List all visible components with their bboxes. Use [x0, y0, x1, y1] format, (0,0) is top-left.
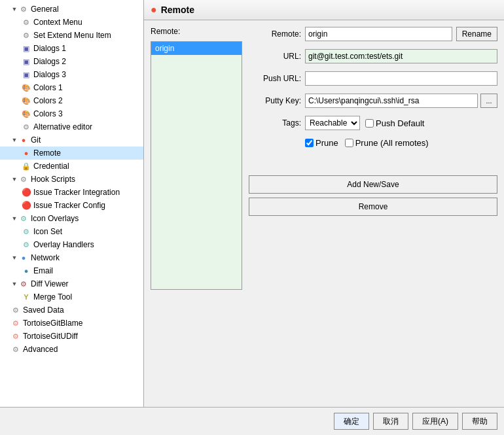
sidebar-item-diff-viewer[interactable]: ▼ ⚙ Diff Viewer [0, 277, 143, 290]
putty-key-form-row: Putty Key: ... [249, 94, 497, 108]
url-form-row: URL: [249, 49, 497, 63]
advanced-icon: ⚙ [10, 344, 21, 355]
prune-all-checkbox-label[interactable]: Prune (All remotes) [345, 138, 429, 148]
sidebar-item-label: TortoiseGitBlame [23, 319, 82, 328]
sidebar-item-label: Dialogs 3 [33, 70, 66, 79]
merge-icon: Y [21, 292, 31, 302]
sidebar-item-tortoisegitudiff[interactable]: ⚙ TortoiseGitUDiff [0, 330, 143, 343]
sidebar-item-label: Colors 2 [33, 96, 63, 105]
sidebar-item-git[interactable]: ▼ ● Git [0, 133, 143, 147]
credential-icon: 🔒 [21, 161, 31, 171]
icon-set-icon: ⚙ [21, 226, 31, 237]
sidebar-item-remote[interactable]: ● Remote [0, 147, 143, 160]
colors-icon: 🎨 [21, 82, 31, 93]
tgitudiff-icon: ⚙ [10, 331, 21, 341]
sidebar-item-overlay-handlers[interactable]: ⚙ Overlay Handlers [0, 238, 143, 251]
putty-browse-button[interactable]: ... [480, 94, 497, 108]
sidebar-item-label: Icon Set [33, 227, 62, 236]
sidebar-item-label: Colors 3 [33, 109, 63, 118]
git-icon: ● [18, 135, 29, 145]
sidebar-item-label: Context Menu [33, 18, 82, 27]
arrow-diff: ▼ [10, 280, 18, 288]
network-icon: ● [18, 252, 29, 263]
sidebar-item-icon-set[interactable]: ⚙ Icon Set [0, 225, 143, 238]
sidebar-item-colors3[interactable]: 🎨 Colors 3 [0, 107, 143, 120]
sidebar-item-tortoisegitblame[interactable]: ⚙ TortoiseGitBlame [0, 317, 143, 330]
sidebar-item-label: Saved Data [23, 305, 64, 315]
sidebar-item-email[interactable]: ● Email [0, 264, 143, 277]
sidebar-item-context-menu[interactable]: ⚙ Context Menu [0, 16, 143, 29]
sidebar-item-advanced[interactable]: ⚙ Advanced [0, 343, 143, 356]
remote-listbox-item-origin[interactable]: origin [151, 42, 242, 55]
putty-key-field-input[interactable] [305, 94, 478, 108]
push-default-checkbox[interactable] [365, 119, 374, 128]
add-new-save-button[interactable]: Add New/Save [249, 175, 497, 194]
remote-list-label: Remote: [151, 27, 242, 36]
remote-listbox[interactable]: origin [151, 41, 242, 290]
tgitblame-icon: ⚙ [10, 318, 21, 328]
panel-title: Remote [161, 5, 194, 15]
tags-input-group: Reachable All None Push Default [305, 116, 424, 130]
sidebar-item-colors2[interactable]: 🎨 Colors 2 [0, 94, 143, 107]
sidebar-item-network[interactable]: ▼ ● Network [0, 251, 143, 264]
remote-field-input[interactable] [305, 27, 452, 41]
sidebar-item-general[interactable]: ▼ ⚙ General [0, 3, 143, 16]
sidebar-item-label: TortoiseGitUDiff [23, 332, 78, 341]
rename-button[interactable]: Rename [456, 27, 497, 41]
help-button[interactable]: 帮助 [462, 413, 497, 430]
gear-icon: ⚙ [21, 30, 31, 41]
remote-field-label: Remote: [249, 29, 301, 39]
prune-checkbox[interactable] [305, 139, 314, 147]
prune-label: Prune [315, 138, 338, 148]
bottom-bar: 确定 取消 应用(A) 帮助 [0, 407, 504, 435]
confirm-button[interactable]: 确定 [334, 413, 369, 430]
url-field-input[interactable] [305, 49, 497, 63]
sidebar-item-colors1[interactable]: 🎨 Colors 1 [0, 81, 143, 94]
hook-icon: ⚙ [18, 174, 29, 184]
sidebar-item-label: Diff Viewer [31, 279, 69, 288]
sidebar-item-dialogs1[interactable]: ▣ Dialogs 1 [0, 42, 143, 55]
sidebar-item-label: Set Extend Menu Item [33, 31, 111, 40]
prune-checkbox-label[interactable]: Prune [305, 138, 338, 148]
arrow-git: ▼ [10, 136, 18, 144]
apply-button[interactable]: 应用(A) [412, 413, 458, 430]
sidebar-item-dialogs2[interactable]: ▣ Dialogs 2 [0, 55, 143, 68]
remote-list-section: Remote: origin [151, 27, 242, 400]
sidebar-item-label: Overlay Handlers [33, 240, 94, 249]
sidebar-item-label: General [31, 5, 59, 14]
sidebar: ▼ ⚙ General ⚙ Context Menu ⚙ Set Extend … [0, 0, 144, 407]
sidebar-item-label: Advanced [23, 345, 58, 354]
sidebar-item-saved-data[interactable]: ⚙ Saved Data [0, 304, 143, 317]
prune-all-checkbox[interactable] [345, 139, 353, 147]
putty-key-field-label: Putty Key: [249, 96, 301, 105]
remote-icon: ● [21, 148, 31, 158]
push-default-label: Push Default [376, 118, 424, 128]
push-url-field-label: Push URL: [249, 74, 301, 83]
sidebar-item-alt-editor[interactable]: ⚙ Alternative editor [0, 120, 143, 133]
sidebar-item-hook-scripts[interactable]: ▼ ⚙ Hook Scripts [0, 173, 143, 186]
sidebar-item-label: Merge Tool [33, 292, 72, 302]
arrow-overlays: ▼ [10, 215, 18, 222]
sidebar-item-credential[interactable]: 🔒 Credential [0, 160, 143, 173]
push-url-field-input[interactable] [305, 71, 497, 86]
cancel-button[interactable]: 取消 [373, 413, 408, 430]
sidebar-item-dialogs3[interactable]: ▣ Dialogs 3 [0, 68, 143, 81]
putty-key-input-group: ... [305, 94, 497, 108]
sidebar-item-issue-tracker-int[interactable]: 🔴 Issue Tracker Integration [0, 186, 143, 199]
sidebar-item-merge-tool[interactable]: Y Merge Tool [0, 290, 143, 304]
push-url-form-row: Push URL: [249, 71, 497, 86]
push-default-checkbox-label[interactable]: Push Default [365, 118, 424, 128]
sidebar-item-extend-menu[interactable]: ⚙ Set Extend Menu Item [0, 29, 143, 42]
overlay-handlers-icon: ⚙ [21, 239, 31, 250]
overlay-icon: ⚙ [18, 213, 29, 224]
sidebar-item-icon-overlays[interactable]: ▼ ⚙ Icon Overlays [0, 212, 143, 225]
remove-button[interactable]: Remove [249, 198, 497, 216]
sidebar-item-issue-tracker-cfg[interactable]: 🔴 Issue Tracker Config [0, 199, 143, 212]
sidebar-item-label: Colors 1 [33, 83, 63, 92]
right-panel: ● Remote Remote: origin Remote: Rename [144, 0, 504, 407]
url-field-label: URL: [249, 52, 301, 61]
sidebar-item-label: Hook Scripts [31, 175, 75, 184]
tags-select[interactable]: Reachable All None [305, 116, 360, 130]
colors-icon: 🎨 [21, 109, 31, 119]
prune-all-label: Prune (All remotes) [355, 138, 429, 148]
